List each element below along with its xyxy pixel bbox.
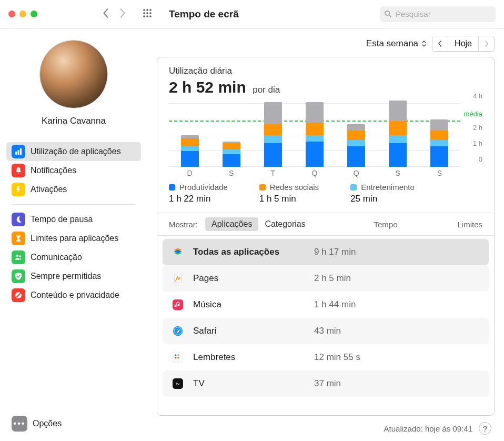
sidebar-item-bars[interactable]: Utilização de aplicações [6,142,141,161]
svg-point-5 [149,12,152,14]
app-time: 12 min 55 s [314,352,360,363]
usage-panel: Utilização diária 2 h 52 min por dia 01 … [157,57,495,416]
period-label: Esta semana [366,38,418,49]
svg-point-24 [175,354,176,356]
chart-bar[interactable] [336,104,377,167]
check-icon [12,269,25,283]
prev-period-button[interactable] [432,36,448,51]
svg-point-6 [143,15,145,17]
filter-apps-button[interactable]: Aplicações [205,217,258,231]
search-field-wrap [380,6,496,22]
date-segmented-control: Hoje [432,36,495,52]
user-avatar[interactable] [39,40,108,108]
sidebar-item-check[interactable]: Sempre permitidas [6,267,141,286]
svg-point-27 [177,357,179,358]
show-all-prefs-button[interactable] [143,8,152,20]
xaxis-label: S [377,169,419,177]
titlebar: Tempo de ecrã [0,0,504,28]
chart-bar[interactable] [419,104,460,167]
svg-rect-12 [18,150,19,155]
moon-icon [12,213,25,226]
zoom-window-button[interactable] [31,11,37,17]
usage-total: 2 h 52 min [169,78,246,96]
sidebar-item-moon[interactable]: Tempo de pausa [6,210,141,229]
sidebar-item-people[interactable]: Comunicação [6,248,141,267]
nav-arrows [103,8,126,20]
xaxis-label: Q [294,169,335,177]
svg-rect-13 [20,148,22,155]
search-icon [384,10,392,18]
legend-dot [350,184,357,191]
legend-value: 1 h 22 min [169,194,228,204]
app-name: Lembretes [193,352,314,363]
nav-forward-button[interactable] [119,8,126,20]
options-label: Opções [33,419,62,428]
legend-dot [169,184,175,191]
app-name: Todas as aplicações [193,247,314,257]
sidebar-item-pickup[interactable]: Ativações [6,180,141,199]
chart-bar[interactable] [377,104,419,167]
filter-row: Mostrar: Aplicações Categorias Tempo Lim… [157,213,494,236]
top-controls: Esta semana Hoje [157,36,495,52]
period-select[interactable]: Esta semana [366,38,427,49]
col-limits-header: Limites [457,220,482,229]
app-time: 1 h 44 min [314,299,356,310]
svg-text:tv: tv [176,382,179,386]
sidebar-item-label: Limites para aplicações [31,234,118,243]
legend-name: Produtividade [179,183,228,192]
app-row[interactable]: Lembretes 12 min 55 s [163,344,489,370]
legend-name: Redes sociais [270,183,319,192]
svg-point-4 [146,12,148,14]
app-name: Música [193,299,314,310]
svg-point-14 [16,255,19,257]
app-row[interactable]: Safari 43 min [163,318,489,344]
chart-bar[interactable] [294,104,335,167]
user-name: Karina Cavanna [6,116,141,126]
xaxis-label: Q [336,169,377,177]
sidebar-item-nosign[interactable]: Conteúdo e privacidade [6,286,141,305]
sidebar-item-label: Sempre permitidas [31,272,101,281]
app-name: Safari [193,326,314,336]
tv-icon: tv [170,376,186,392]
legend-dot [259,184,266,191]
nav-back-button[interactable] [103,8,109,20]
svg-point-2 [149,9,152,11]
sidebar-options[interactable]: ••• Opções [6,416,141,435]
legend-value: 25 min [350,194,415,204]
col-time-header: Tempo [374,220,397,229]
minimize-window-button[interactable] [19,11,26,17]
help-button[interactable]: ? [479,422,491,435]
usage-suffix: por dia [253,85,280,95]
xaxis-label: S [210,169,252,177]
nosign-icon [12,288,25,302]
svg-point-7 [146,15,148,17]
sidebar-separator [12,204,136,205]
safari-icon [170,323,186,339]
sidebar-item-label: Conteúdo e privacidade [31,290,119,300]
sidebar-item-label: Notificações [31,166,76,175]
svg-point-1 [146,9,148,11]
app-name: TV [193,378,314,389]
today-button[interactable]: Hoje [448,36,478,51]
search-input[interactable] [380,6,496,22]
sidebar-item-hourglass[interactable]: Limites para aplicações [6,229,141,248]
xaxis-label: D [169,169,210,177]
svg-point-3 [143,12,145,14]
close-window-button[interactable] [8,11,15,17]
music-icon [170,297,186,313]
svg-rect-11 [15,152,17,155]
app-row[interactable]: Todas as aplicações 9 h 17 min [163,239,489,265]
filter-categories-button[interactable]: Categorias [258,217,311,231]
svg-point-8 [149,15,152,17]
app-row[interactable]: Música 1 h 44 min [163,292,489,318]
bars-icon [12,145,25,158]
app-row[interactable]: Pages 2 h 5 min [163,265,489,292]
sidebar-item-label: Tempo de pausa [31,215,93,224]
chart-bar[interactable] [169,104,210,167]
app-row[interactable]: tv TV 37 min [163,370,489,397]
chart-bar[interactable] [210,104,252,167]
svg-line-10 [389,15,391,17]
next-period-button[interactable] [478,36,494,51]
sidebar-item-bell[interactable]: Notificações [6,161,141,180]
chart-bar[interactable] [252,104,294,167]
